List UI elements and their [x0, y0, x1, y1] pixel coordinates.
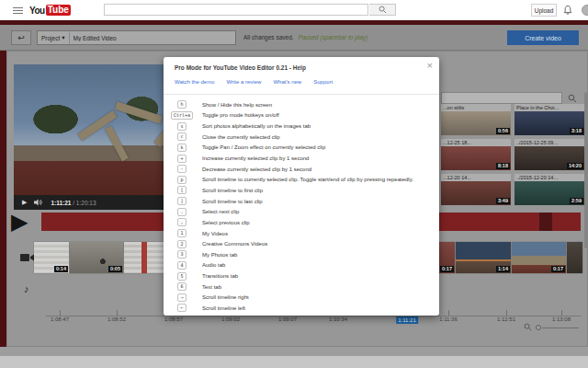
hamburger-menu-icon[interactable]: [13, 7, 23, 14]
whats-new-link[interactable]: What's new: [273, 79, 301, 85]
save-status-text: All changes saved.: [243, 34, 294, 40]
preview-time-display: 1:11:21 / 1:20:13: [51, 200, 96, 206]
library-scrollbar[interactable]: [584, 92, 587, 248]
shortcut-row: cClose the currently selected clip: [169, 132, 434, 143]
shortcut-row: kToggle Pan / Zoom effect on currently s…: [169, 143, 434, 154]
shortcut-key: 3: [177, 250, 187, 259]
shortcut-key: .: [177, 208, 187, 216]
video-duration-badge: 2:59: [570, 198, 583, 204]
video-tile-title: ../2015-12-25 09...: [514, 139, 584, 146]
close-icon[interactable]: ×: [427, 61, 433, 71]
shortcut-key: p: [177, 176, 187, 184]
video-tile-thumbnail: 2:59: [514, 181, 584, 205]
shortcut-key: 5: [177, 272, 187, 281]
help-modal-title: Pro Mode for YouTube Video Editor 0.21 -…: [175, 64, 306, 71]
video-tile-title: Place in the Choi...: [514, 104, 584, 111]
shortcut-key: ←: [177, 304, 187, 312]
preview-play-icon[interactable]: ▶: [22, 199, 27, 206]
ruler-tick: [448, 310, 449, 316]
shortcut-key: s: [177, 122, 187, 131]
clip-duration-badge: 0:05: [108, 266, 122, 272]
scrubber-position-thumb[interactable]: [539, 213, 552, 231]
upload-button[interactable]: Upload: [531, 4, 557, 17]
shortcut-row: .Select next clip: [169, 206, 434, 217]
shortcut-desc: Creative Commons Videos: [202, 241, 267, 247]
ruler-timestamp: 1:08:47: [51, 316, 69, 322]
support-link[interactable]: Support: [313, 79, 333, 85]
preview-current-time: 1:11:21: [51, 200, 71, 206]
video-tile-title: ...12-20 14...: [441, 174, 511, 181]
timeline-clip[interactable]: 0:05: [70, 242, 123, 273]
shortcut-key: c: [177, 132, 187, 141]
library-video-tile[interactable]: ../2015-12-20 14... 2:59: [514, 174, 584, 205]
library-search-icon[interactable]: [568, 94, 577, 103]
notifications-bell-icon[interactable]: [562, 5, 573, 16]
shortcut-desc: My Photos tab: [202, 252, 237, 258]
timeline-clip[interactable]: 0:17: [439, 242, 455, 273]
ruler-tick: [117, 310, 118, 316]
search-icon: [379, 6, 387, 14]
volume-icon[interactable]: [34, 199, 43, 206]
back-button[interactable]: ↩: [11, 30, 31, 45]
timeline-clip[interactable]: 0:14: [34, 242, 69, 273]
timeline-clip[interactable]: [567, 242, 582, 273]
clip-duration-badge: 1:14: [496, 266, 510, 272]
ruler-timestamp: 1:09:07: [278, 316, 297, 322]
library-video-tile[interactable]: ...12-20 14... 3:49: [441, 174, 511, 205]
zoom-magnifier-icon: [524, 323, 532, 331]
timeline-clip[interactable]: [124, 242, 164, 273]
ruler-playhead-timestamp[interactable]: 1:11:21: [396, 316, 418, 324]
library-video-tile[interactable]: Place in the Choi... 3:18: [514, 104, 584, 135]
shortcut-list: hShow / Hide this help screen Ctrl+aTogg…: [169, 99, 434, 314]
header-search-button[interactable]: [369, 4, 396, 16]
timeline-clip[interactable]: 0:17: [512, 242, 566, 273]
write-a-review-link[interactable]: Write a review: [226, 79, 261, 85]
video-duration-badge: 3:18: [570, 128, 583, 134]
library-video-tile[interactable]: ...on stilts 0:56: [441, 104, 511, 135]
video-tile-thumbnail: 3:18: [514, 111, 584, 135]
timeline-play-button[interactable]: ▶: [11, 210, 28, 234]
clip-duration-badge: 0:17: [440, 266, 454, 272]
chevron-down-icon: ▾: [62, 34, 64, 41]
shortcut-key: k: [177, 144, 187, 152]
video-tile-thumbnail: 3:49: [441, 181, 511, 205]
ruler-tick: [561, 310, 562, 316]
library-video-tile[interactable]: ...12-25 18... 8:18: [441, 139, 511, 170]
video-duration-badge: 14:20: [567, 163, 583, 169]
shortcut-row: ←Scroll timeline left: [169, 303, 434, 314]
shortcut-row: Ctrl+aToggle pro mode hotkeys on/off: [169, 110, 434, 121]
ruler-timestamp: 1:11:36: [439, 316, 458, 322]
video-duration-badge: 3:49: [496, 198, 510, 204]
help-modal-links: Watch the demo Write a review What's new…: [175, 79, 333, 85]
shortcut-key: h: [177, 100, 187, 109]
watch-the-demo-link[interactable]: Watch the demo: [175, 79, 214, 85]
video-tile-thumbnail: 14:20: [514, 146, 584, 170]
shortcut-desc: Audio tab: [202, 262, 225, 268]
timeline-clip[interactable]: 1:14: [456, 242, 511, 273]
zoom-slider-knob[interactable]: [536, 325, 541, 330]
ruler-timestamp: 1:13:08: [552, 316, 571, 322]
library-search-input[interactable]: [441, 92, 562, 104]
shortcut-row: →Scroll timeline right: [169, 293, 434, 304]
shortcut-key: 4: [177, 261, 187, 270]
shortcut-desc: Transitions tab: [202, 273, 238, 279]
shortcut-desc: My Videos: [202, 231, 228, 236]
shortcut-desc: Text tab: [202, 284, 221, 290]
shortcut-row: 6Text tab: [169, 282, 434, 293]
project-dropdown[interactable]: Project ▾: [38, 31, 70, 44]
ruler-timestamp: 1:09:02: [221, 316, 240, 322]
clip-duration-badge: 0:17: [551, 266, 565, 272]
youtube-logo[interactable]: You Tube: [29, 4, 71, 17]
shortcut-row: +Increase currently selected clip by 1 s…: [169, 153, 434, 164]
project-title-input[interactable]: [70, 35, 236, 41]
user-avatar[interactable]: [582, 5, 588, 16]
shortcut-desc: Decrease currently selected clip by 1 se…: [202, 167, 311, 172]
video-duration-badge: 8:18: [496, 163, 510, 169]
video-track-camera-icon: [20, 252, 35, 263]
ruler-tick: [60, 310, 61, 316]
header-search-input[interactable]: [104, 4, 368, 16]
create-video-button[interactable]: Create video: [507, 30, 579, 45]
zoom-slider-track[interactable]: [542, 328, 579, 328]
shortcut-key: ]: [177, 197, 187, 205]
library-video-tile[interactable]: ../2015-12-25 09... 14:20: [514, 139, 584, 170]
